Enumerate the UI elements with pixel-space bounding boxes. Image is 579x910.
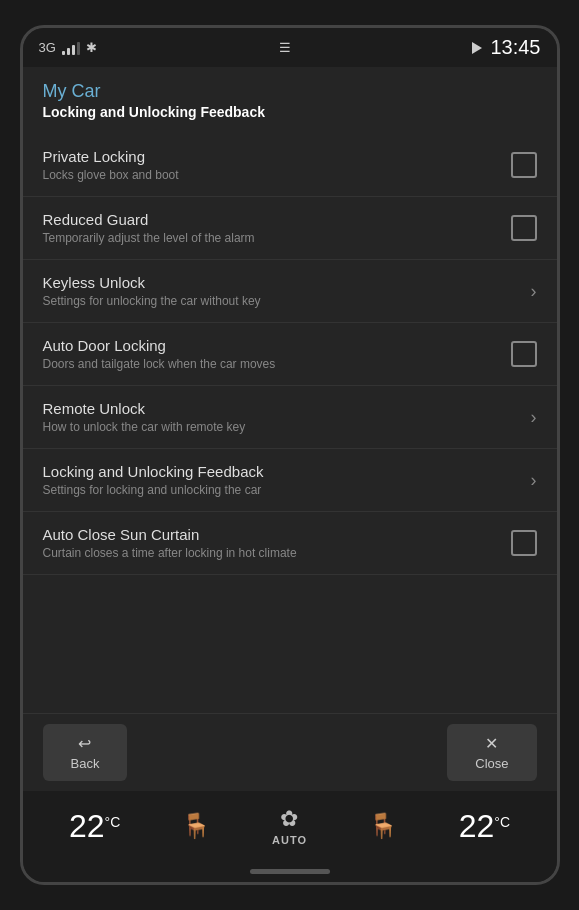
bluetooth-icon: ✱ [86, 40, 97, 55]
seat-left-icon[interactable]: 🪑 [181, 812, 211, 840]
chevron-remote-unlock: › [531, 407, 537, 428]
checkbox-auto-close-sun-curtain[interactable] [511, 530, 537, 556]
seat-right-icon[interactable]: 🪑 [368, 812, 398, 840]
auto-label: AUTO [272, 834, 307, 846]
right-temp-value: 22 [459, 810, 495, 842]
menu-item-text-auto-door-locking: Auto Door Locking Doors and tailgate loc… [43, 337, 511, 371]
menu-list: Private Locking Locks glove box and boot… [23, 130, 557, 713]
right-temp-unit: °C [494, 814, 510, 830]
menu-item-text-locking-unlocking-feedback: Locking and Unlocking Feedback Settings … [43, 463, 531, 497]
bottom-bar: ↩ Back ✕ Close [23, 713, 557, 791]
menu-item-title-auto-door-locking: Auto Door Locking [43, 337, 511, 354]
close-icon: ✕ [485, 734, 498, 753]
menu-item-remote-unlock[interactable]: Remote Unlock How to unlock the car with… [23, 386, 557, 449]
main-content: My Car Locking and Unlocking Feedback Pr… [23, 67, 557, 713]
menu-icon: ☰ [279, 40, 291, 55]
menu-item-subtitle-reduced-guard: Temporarily adjust the level of the alar… [43, 231, 511, 245]
signal-bar-4 [77, 42, 80, 55]
checkbox-auto-door-locking[interactable] [511, 341, 537, 367]
close-label: Close [475, 756, 508, 771]
status-right: 13:45 [472, 36, 540, 59]
menu-item-subtitle-auto-close-sun-curtain: Curtain closes a time after locking in h… [43, 546, 511, 560]
menu-item-subtitle-remote-unlock: How to unlock the car with remote key [43, 420, 531, 434]
back-button[interactable]: ↩ Back [43, 724, 128, 781]
signal-bar-2 [67, 48, 70, 55]
left-temp-display: 22 °C [69, 810, 120, 842]
menu-item-title-locking-unlocking-feedback: Locking and Unlocking Feedback [43, 463, 531, 480]
menu-item-text-reduced-guard: Reduced Guard Temporarily adjust the lev… [43, 211, 511, 245]
menu-item-text-remote-unlock: Remote Unlock How to unlock the car with… [43, 400, 531, 434]
back-icon: ↩ [78, 734, 91, 753]
home-indicator [250, 869, 330, 874]
menu-item-text-keyless-unlock: Keyless Unlock Settings for unlocking th… [43, 274, 531, 308]
device-frame: 3G ✱ ☰ 13:45 My Car Locking and Unlockin… [20, 25, 560, 885]
signal-bars [62, 41, 80, 55]
network-label: 3G [39, 40, 56, 55]
climate-bar: 22 °C 🪑 ✿ AUTO 🪑 22 °C [23, 791, 557, 861]
menu-item-auto-door-locking[interactable]: Auto Door Locking Doors and tailgate loc… [23, 323, 557, 386]
menu-item-auto-close-sun-curtain[interactable]: Auto Close Sun Curtain Curtain closes a … [23, 512, 557, 575]
menu-item-subtitle-auto-door-locking: Doors and tailgate lock when the car mov… [43, 357, 511, 371]
menu-item-title-remote-unlock: Remote Unlock [43, 400, 531, 417]
menu-item-subtitle-locking-unlocking-feedback: Settings for locking and unlocking the c… [43, 483, 531, 497]
auto-control[interactable]: ✿ AUTO [272, 806, 307, 846]
play-icon [472, 42, 482, 54]
menu-item-title-auto-close-sun-curtain: Auto Close Sun Curtain [43, 526, 511, 543]
status-left: 3G ✱ [39, 40, 97, 55]
signal-bar-3 [72, 45, 75, 55]
back-label: Back [71, 756, 100, 771]
menu-item-private-locking[interactable]: Private Locking Locks glove box and boot [23, 134, 557, 197]
fan-icon: ✿ [280, 806, 298, 832]
status-bar: 3G ✱ ☰ 13:45 [23, 28, 557, 67]
signal-bar-1 [62, 51, 65, 55]
chevron-keyless-unlock: › [531, 281, 537, 302]
menu-item-locking-unlocking-feedback[interactable]: Locking and Unlocking Feedback Settings … [23, 449, 557, 512]
menu-item-text-auto-close-sun-curtain: Auto Close Sun Curtain Curtain closes a … [43, 526, 511, 560]
app-title: My Car [43, 81, 537, 102]
time-display: 13:45 [490, 36, 540, 59]
home-bar [23, 861, 557, 882]
close-button[interactable]: ✕ Close [447, 724, 536, 781]
left-temp-unit: °C [105, 814, 121, 830]
page-header: My Car Locking and Unlocking Feedback [23, 67, 557, 130]
menu-item-text-private-locking: Private Locking Locks glove box and boot [43, 148, 511, 182]
checkbox-reduced-guard[interactable] [511, 215, 537, 241]
menu-item-subtitle-keyless-unlock: Settings for unlocking the car without k… [43, 294, 531, 308]
right-temp-display: 22 °C [459, 810, 510, 842]
checkbox-private-locking[interactable] [511, 152, 537, 178]
left-temp-value: 22 [69, 810, 105, 842]
menu-item-reduced-guard[interactable]: Reduced Guard Temporarily adjust the lev… [23, 197, 557, 260]
menu-item-keyless-unlock[interactable]: Keyless Unlock Settings for unlocking th… [23, 260, 557, 323]
menu-item-subtitle-private-locking: Locks glove box and boot [43, 168, 511, 182]
menu-item-title-keyless-unlock: Keyless Unlock [43, 274, 531, 291]
menu-item-title-reduced-guard: Reduced Guard [43, 211, 511, 228]
menu-item-title-private-locking: Private Locking [43, 148, 511, 165]
chevron-locking-unlocking-feedback: › [531, 470, 537, 491]
page-title: Locking and Unlocking Feedback [43, 104, 537, 120]
